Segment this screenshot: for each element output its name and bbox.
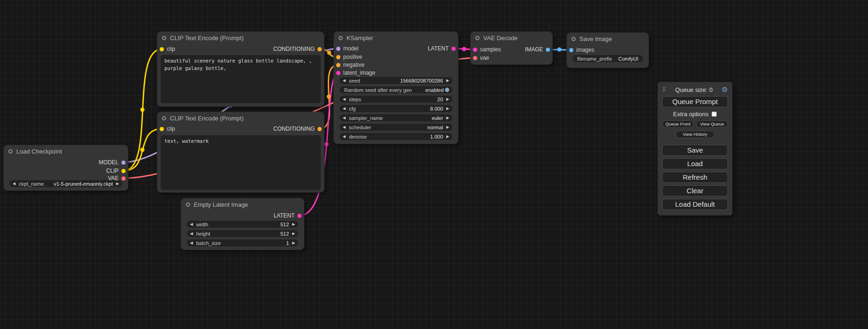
widget-value: normal <box>427 125 443 130</box>
left-arrow-icon[interactable]: ◀ <box>343 133 346 140</box>
images-input-port[interactable] <box>569 48 573 52</box>
latent-output-port[interactable] <box>297 214 302 218</box>
clip-input-port[interactable] <box>160 127 164 131</box>
clip-input-port[interactable] <box>160 47 164 51</box>
right-arrow-icon[interactable]: ▶ <box>292 230 295 237</box>
extra-options-checkbox[interactable] <box>712 112 717 117</box>
right-arrow-icon[interactable]: ▶ <box>292 239 295 246</box>
latent-image-input-port[interactable] <box>336 71 340 75</box>
right-arrow-icon[interactable]: ▶ <box>446 96 449 103</box>
left-arrow-icon[interactable]: ◀ <box>13 180 15 187</box>
widget-filename-prefix[interactable]: filename_prefix ComfyUI <box>572 55 643 62</box>
clip-output-port[interactable] <box>121 169 126 173</box>
wire-midpoint-dot <box>327 51 332 55</box>
conditioning-output-port[interactable] <box>318 127 322 131</box>
node-title-bar[interactable]: Empty Latent Image <box>181 198 304 210</box>
slot-label: latent_image <box>343 70 375 76</box>
node-graph-canvas[interactable]: Load Checkpoint MODEL CLIP VAE ◀ ckpt_na… <box>0 0 868 329</box>
widget-denoise[interactable]: ◀ denoise 1.000 ▶ <box>339 133 452 140</box>
slot-label: LATENT <box>274 212 295 219</box>
collapse-icon[interactable] <box>572 37 576 41</box>
collapse-icon[interactable] <box>162 116 166 120</box>
widget-sampler-name[interactable]: ◀ sampler_name euler ▶ <box>339 114 452 121</box>
output-slot-latent: LATENT <box>428 45 456 52</box>
node-vae-decode[interactable]: VAE Decode samples IMAGE vae <box>471 32 552 64</box>
left-arrow-icon[interactable]: ◀ <box>190 221 193 228</box>
collapse-icon[interactable] <box>162 36 166 40</box>
latent-output-port[interactable] <box>452 47 456 51</box>
samples-input-port[interactable] <box>473 48 477 52</box>
node-title-bar[interactable]: VAE Decode <box>471 32 552 44</box>
left-arrow-icon[interactable]: ◀ <box>343 114 346 121</box>
node-title: Load Checkpoint <box>16 148 62 155</box>
view-queue-button[interactable]: View Queue <box>696 120 728 128</box>
output-slot-latent: LATENT <box>274 212 302 219</box>
save-button[interactable]: Save <box>662 145 728 156</box>
widget-width[interactable]: ◀ width 512 ▶ <box>187 221 298 228</box>
widget-ckpt-name[interactable]: ◀ ckpt_name v1-5-pruned-emaonly.ckpt ▶ <box>9 180 122 187</box>
left-arrow-icon[interactable]: ◀ <box>190 239 193 246</box>
vae-input-port[interactable] <box>473 56 477 60</box>
collapse-icon[interactable] <box>186 203 190 207</box>
view-history-button[interactable]: View History <box>676 131 714 138</box>
node-title-bar[interactable]: CLIP Text Encode (Prompt) <box>157 112 324 124</box>
output-slot-model: MODEL <box>99 159 126 166</box>
drag-handle-icon[interactable]: ⠿ <box>662 86 666 93</box>
node-clip-text-encode-positive[interactable]: CLIP Text Encode (Prompt) clip CONDITION… <box>157 32 324 106</box>
vae-output-port[interactable] <box>121 176 126 181</box>
left-arrow-icon[interactable]: ◀ <box>343 96 346 103</box>
widget-value: 20 <box>438 97 443 102</box>
collapse-icon[interactable] <box>8 149 13 154</box>
right-arrow-icon[interactable]: ▶ <box>116 180 119 187</box>
right-arrow-icon[interactable]: ▶ <box>292 221 295 228</box>
left-arrow-icon[interactable]: ◀ <box>343 77 346 84</box>
widget-seed[interactable]: ◀ seed 156680208700286 ▶ <box>339 77 452 84</box>
left-arrow-icon[interactable]: ◀ <box>343 124 346 131</box>
node-empty-latent-image[interactable]: Empty Latent Image LATENT ◀ width 512 ▶ … <box>181 198 304 250</box>
model-output-port[interactable] <box>121 161 126 165</box>
positive-input-port[interactable] <box>336 55 340 59</box>
slot-label: vae <box>480 55 489 61</box>
node-title-bar[interactable]: Save Image <box>567 33 649 45</box>
widget-cfg[interactable]: ◀ cfg 8.000 ▶ <box>339 105 452 112</box>
node-title-bar[interactable]: CLIP Text Encode (Prompt) <box>157 32 324 44</box>
node-ksampler[interactable]: KSampler model LATENT positive negative … <box>334 32 458 144</box>
prompt-textarea[interactable]: text, watermark <box>161 135 321 190</box>
load-default-button[interactable]: Load Default <box>662 199 728 210</box>
input-slot-latent-image: latent_image <box>336 69 375 77</box>
right-arrow-icon[interactable]: ▶ <box>446 114 449 121</box>
widget-scheduler[interactable]: ◀ scheduler normal ▶ <box>339 124 452 131</box>
node-title-bar[interactable]: KSampler <box>334 32 458 44</box>
node-title-bar[interactable]: Load Checkpoint <box>4 145 128 157</box>
settings-gear-icon[interactable]: ⚙ <box>722 85 728 94</box>
refresh-button[interactable]: Refresh <box>662 172 728 183</box>
widget-batch-size[interactable]: ◀ batch_size 1 ▶ <box>187 239 298 246</box>
prompt-textarea[interactable]: beautiful scenery nature glass bottle la… <box>161 55 321 103</box>
left-arrow-icon[interactable]: ◀ <box>343 105 346 112</box>
widget-height[interactable]: ◀ height 512 ▶ <box>187 230 298 237</box>
model-input-port[interactable] <box>336 47 340 51</box>
queue-front-button[interactable]: Queue Front <box>662 120 694 128</box>
node-load-checkpoint[interactable]: Load Checkpoint MODEL CLIP VAE ◀ ckpt_na… <box>4 145 128 190</box>
queue-prompt-button[interactable]: Queue Prompt <box>662 96 728 107</box>
image-output-port[interactable] <box>546 48 550 52</box>
node-clip-text-encode-negative[interactable]: CLIP Text Encode (Prompt) clip CONDITION… <box>157 112 324 192</box>
node-save-image[interactable]: Save Image images filename_prefix ComfyU… <box>567 33 649 68</box>
right-arrow-icon[interactable]: ▶ <box>446 124 449 131</box>
left-arrow-icon[interactable]: ◀ <box>190 230 193 237</box>
right-arrow-icon[interactable]: ▶ <box>446 133 449 140</box>
collapse-icon[interactable] <box>475 36 480 40</box>
output-slot-conditioning: CONDITIONING <box>273 125 322 133</box>
conditioning-output-port[interactable] <box>318 47 322 51</box>
right-arrow-icon[interactable]: ▶ <box>446 77 449 84</box>
slot-label: LATENT <box>428 45 449 52</box>
collapse-icon[interactable] <box>339 36 343 40</box>
toggle-dot-icon[interactable] <box>445 88 449 92</box>
load-button[interactable]: Load <box>662 158 728 169</box>
widget-random-seed-toggle[interactable]: Random seed after every gen enabled <box>339 86 452 93</box>
widget-steps[interactable]: ◀ steps 20 ▶ <box>339 96 452 103</box>
clear-button[interactable]: Clear <box>662 185 728 196</box>
negative-input-port[interactable] <box>336 63 340 67</box>
right-arrow-icon[interactable]: ▶ <box>446 105 449 112</box>
slot-label: CONDITIONING <box>273 126 315 132</box>
